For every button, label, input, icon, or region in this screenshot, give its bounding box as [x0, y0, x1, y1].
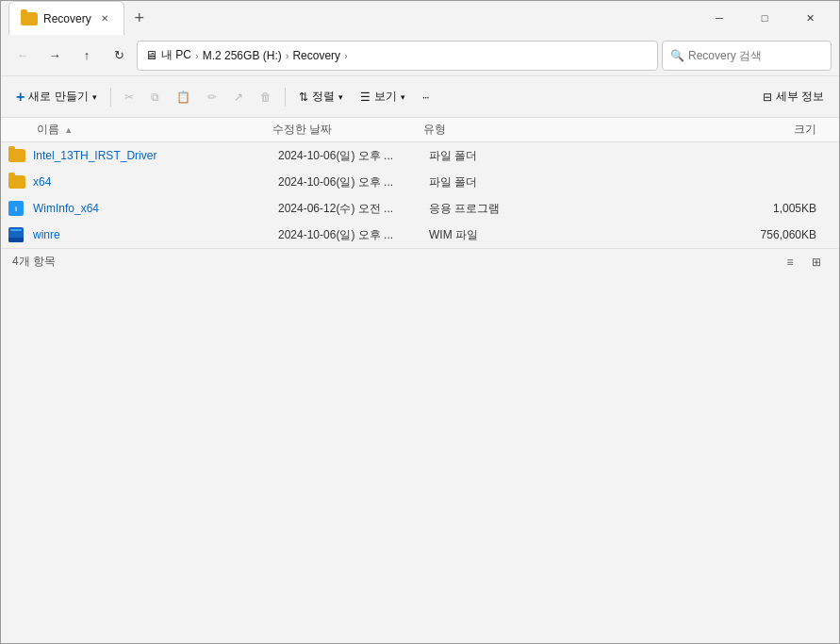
detail-button[interactable]: ⊟ 세부 정보 — [755, 85, 832, 108]
delete-button[interactable]: 🗑 — [253, 87, 279, 107]
item-count: 4개 항목 — [12, 254, 56, 270]
share-button[interactable]: ↗ — [226, 87, 251, 107]
status-bar: 4개 항목 ≡ ⊞ — [1, 248, 839, 274]
rename-icon: ✏ — [207, 91, 217, 104]
view-button[interactable]: ☰ 보기 ▾ — [353, 85, 413, 108]
file-name-2: WimInfo_x64 — [33, 202, 278, 215]
file-size-3: 756,060KB — [542, 228, 832, 241]
new-label: 새로 만들기 — [28, 89, 88, 105]
file-type-1: 파일 폴더 — [429, 174, 542, 190]
breadcrumb-current[interactable]: Recovery › — [292, 49, 347, 62]
file-type-0: 파일 폴더 — [429, 148, 542, 164]
tab-label: Recovery — [43, 12, 91, 25]
paste-button[interactable]: 📋 — [169, 87, 198, 107]
cut-button[interactable]: ✂ — [117, 87, 141, 107]
view-icon: ☰ — [360, 91, 371, 104]
file-list-wrapper: 이름 ▲ 수정한 날짜 유형 크기 Intel_13TH_IRST_Driver… — [1, 118, 839, 248]
file-date-2: 2024-06-12(수) 오전 ... — [278, 201, 429, 217]
copy-icon: ⧉ — [151, 91, 159, 104]
file-type-3: WIM 파일 — [429, 227, 542, 243]
toolbar: + 새로 만들기 ▾ ✂ ⧉ 📋 ✏ ↗ 🗑 ⇅ 정렬 ▾ ☰ 보기 ▾ ···… — [1, 76, 839, 118]
tab-close-button[interactable]: ✕ — [97, 11, 112, 26]
title-bar: Recovery ✕ + ─ □ ✕ — [1, 1, 839, 35]
breadcrumb-sep-0: › — [195, 50, 199, 61]
share-icon: ↗ — [234, 91, 243, 104]
tab-folder-icon — [21, 12, 38, 25]
breadcrumb-sep-1: › — [286, 50, 289, 61]
minimize-button[interactable]: ─ — [698, 1, 741, 35]
breadcrumb-label-drive: M.2 256GB (H:) — [203, 49, 282, 62]
breadcrumb-label-current: Recovery — [292, 49, 340, 62]
new-button[interactable]: + 새로 만들기 ▾ — [8, 85, 105, 109]
file-list-header[interactable]: 이름 ▲ 수정한 날짜 유형 크기 — [1, 118, 839, 142]
folder-icon — [8, 175, 25, 189]
header-date[interactable]: 수정한 날짜 — [272, 122, 423, 138]
more-icon: ··· — [422, 91, 429, 104]
address-bar[interactable]: 🖥 내 PC › M.2 256GB (H:) › Recovery › — [137, 41, 658, 71]
up-button[interactable]: ↑ — [73, 41, 101, 70]
app-icon: i — [8, 201, 24, 216]
new-icon: + — [16, 89, 25, 106]
grid-view-button[interactable]: ⊞ — [805, 253, 828, 272]
breadcrumb-label-pc: 내 PC — [161, 47, 191, 63]
detail-label: 세부 정보 — [776, 89, 824, 105]
file-date-3: 2024-10-06(일) 오후 ... — [278, 227, 429, 243]
file-type-2: 응용 프로그램 — [429, 201, 542, 217]
file-name-3: winre — [33, 228, 278, 241]
view-dropdown-icon: ▾ — [401, 92, 405, 102]
maximize-button[interactable]: □ — [743, 1, 786, 35]
breadcrumb-computer[interactable]: 🖥 내 PC › — [145, 47, 199, 63]
refresh-button[interactable]: ↻ — [105, 41, 133, 70]
tab-recovery[interactable]: Recovery ✕ — [8, 1, 124, 35]
sort-button[interactable]: ⇅ 정렬 ▾ — [291, 85, 351, 108]
file-date-1: 2024-10-06(일) 오후 ... — [278, 174, 429, 190]
file-size-2: 1,005KB — [542, 202, 832, 215]
toolbar-sep-1 — [110, 88, 111, 107]
file-name-1: x64 — [33, 175, 278, 189]
table-row[interactable]: winre 2024-10-06(일) 오후 ... WIM 파일 756,06… — [1, 222, 839, 248]
close-button[interactable]: ✕ — [788, 1, 832, 35]
search-icon: 🔍 — [670, 49, 684, 62]
file-icon-2: i — [8, 201, 27, 216]
new-dropdown-icon: ▾ — [92, 92, 97, 102]
breadcrumb-sep-2: › — [344, 50, 348, 61]
window-controls: ─ □ ✕ — [698, 1, 832, 35]
rename-button[interactable]: ✏ — [200, 87, 224, 107]
wim-icon — [8, 227, 24, 242]
computer-icon: 🖥 — [145, 48, 157, 62]
breadcrumb-drive[interactable]: M.2 256GB (H:) › — [203, 49, 289, 62]
new-tab-button[interactable]: + — [126, 5, 153, 31]
cut-icon: ✂ — [124, 91, 134, 104]
table-row[interactable]: i WimInfo_x64 2024-06-12(수) 오전 ... 응용 프로… — [1, 195, 839, 222]
sort-icon: ⇅ — [299, 91, 308, 104]
forward-button[interactable]: → — [41, 41, 69, 70]
header-size[interactable]: 크기 — [536, 122, 832, 138]
delete-icon: 🗑 — [260, 91, 272, 104]
file-date-0: 2024-10-06(일) 오후 ... — [278, 148, 429, 164]
detail-icon: ⊟ — [763, 91, 772, 104]
search-bar[interactable]: 🔍 — [662, 41, 832, 71]
copy-button[interactable]: ⧉ — [143, 87, 167, 107]
folder-icon — [8, 149, 25, 162]
file-icon-3 — [8, 227, 27, 242]
paste-icon: 📋 — [176, 91, 190, 104]
header-name[interactable]: 이름 ▲ — [8, 122, 272, 138]
toolbar-sep-2 — [285, 88, 286, 107]
file-icon-1 — [8, 174, 27, 190]
table-row[interactable]: Intel_13TH_IRST_Driver 2024-10-06(일) 오후 … — [1, 142, 839, 169]
address-bar-area: ← → ↑ ↻ 🖥 내 PC › M.2 256GB (H:) › Recove… — [1, 35, 839, 76]
back-button[interactable]: ← — [8, 41, 37, 70]
file-icon-0 — [8, 148, 27, 163]
view-toggle: ≡ ⊞ — [779, 253, 828, 272]
table-row[interactable]: x64 2024-10-06(일) 오후 ... 파일 폴더 — [1, 169, 839, 195]
file-name-0: Intel_13TH_IRST_Driver — [33, 149, 278, 162]
header-type[interactable]: 유형 — [423, 122, 536, 138]
sort-label: 정렬 — [312, 89, 335, 105]
more-button[interactable]: ··· — [415, 87, 436, 107]
list-view-button[interactable]: ≡ — [779, 253, 801, 272]
file-list: Intel_13TH_IRST_Driver 2024-10-06(일) 오후 … — [1, 142, 839, 248]
sort-dropdown-icon: ▾ — [338, 92, 343, 102]
search-input[interactable] — [688, 49, 823, 62]
view-label: 보기 — [374, 89, 397, 105]
sort-indicator: ▲ — [64, 125, 73, 135]
